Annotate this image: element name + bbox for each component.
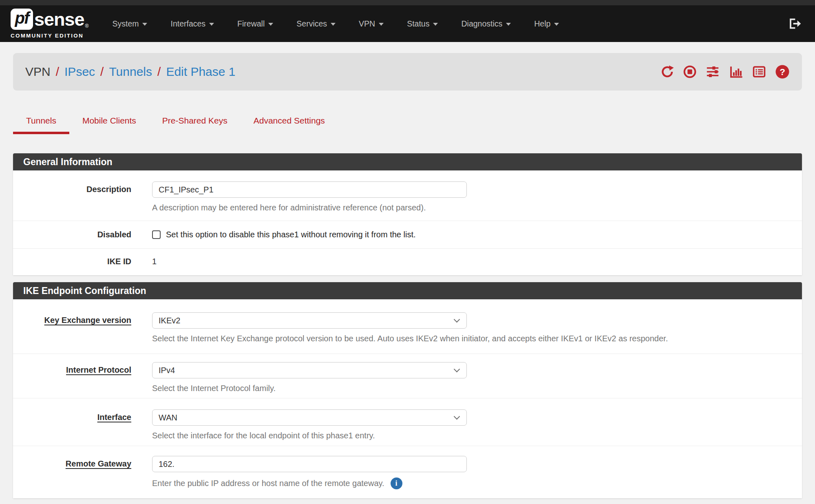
stop-icon xyxy=(683,65,697,79)
menu-item-system[interactable]: System xyxy=(112,19,147,29)
status-graph-button[interactable] xyxy=(729,65,743,79)
registered-mark: ® xyxy=(85,23,89,29)
breadcrumb-actions: ? xyxy=(660,64,790,79)
tab-tunnels[interactable]: Tunnels xyxy=(13,110,69,134)
remote-gateway-row: Remote Gateway Enter the public IP addre… xyxy=(13,446,802,498)
chevron-down-icon xyxy=(454,366,460,372)
internet-protocol-label: Internet Protocol xyxy=(13,362,131,393)
logout-button[interactable] xyxy=(788,17,801,30)
internet-protocol-row: Internet Protocol IPv4 Select the Intern… xyxy=(13,354,802,398)
disabled-label: Disabled xyxy=(13,230,131,239)
bar-chart-icon xyxy=(729,65,743,79)
chevron-down-icon xyxy=(454,316,460,323)
description-help: A description may be entered here for ad… xyxy=(152,203,802,212)
brand-sense-text: sense xyxy=(34,10,84,29)
tab-pre-shared-keys[interactable]: Pre-Shared Keys xyxy=(149,110,241,134)
chevron-down-icon xyxy=(506,23,511,26)
key-exchange-version-select[interactable]: IKEv2 xyxy=(152,312,467,329)
log-view-button[interactable] xyxy=(752,65,766,79)
remote-gateway-input[interactable] xyxy=(152,456,467,472)
description-row: Description A description may be entered… xyxy=(13,170,802,221)
chevron-down-icon xyxy=(379,23,384,26)
menu-item-services[interactable]: Services xyxy=(296,19,336,29)
sign-out-icon xyxy=(788,17,801,30)
description-label: Description xyxy=(13,181,131,212)
slash-separator: / xyxy=(100,65,104,79)
tab-mobile-clients[interactable]: Mobile Clients xyxy=(69,110,149,134)
menu-item-help[interactable]: Help xyxy=(534,19,559,29)
brand-subtitle: COMMUNITY EDITION xyxy=(11,33,88,39)
disabled-checkbox-label: Set this option to disable this phase1 w… xyxy=(166,230,416,239)
sliders-icon xyxy=(705,65,720,79)
page-help-button[interactable]: ? xyxy=(775,64,790,79)
tab-advanced-settings[interactable]: Advanced Settings xyxy=(241,110,338,134)
description-input[interactable] xyxy=(152,181,467,198)
chevron-down-icon xyxy=(433,23,438,26)
panel-title: General Information xyxy=(13,153,802,170)
chevron-down-icon xyxy=(268,23,273,26)
pfsense-logo[interactable]: pf sense ® COMMUNITY EDITION xyxy=(11,9,88,39)
key-exchange-version-help: Select the Internet Key Exchange protoco… xyxy=(152,334,802,343)
menu-item-interfaces[interactable]: Interfaces xyxy=(170,19,214,29)
section-general-information: General Information Description A descri… xyxy=(13,153,802,275)
pf-logo-box: pf xyxy=(11,9,33,30)
menu-item-firewall[interactable]: Firewall xyxy=(237,19,273,29)
internet-protocol-select[interactable]: IPv4 xyxy=(152,362,467,378)
disabled-checkbox[interactable] xyxy=(152,230,161,239)
disabled-row: Disabled Set this option to disable this… xyxy=(13,221,802,249)
info-icon[interactable]: i xyxy=(391,477,402,489)
interface-select[interactable]: WAN xyxy=(152,409,467,426)
chevron-down-icon xyxy=(331,23,336,26)
menu-item-status[interactable]: Status xyxy=(407,19,438,29)
menu-item-diagnostics[interactable]: Diagnostics xyxy=(461,19,511,29)
panel-title: IKE Endpoint Configuration xyxy=(13,282,802,299)
chevron-down-icon xyxy=(209,23,214,26)
sliders-button[interactable] xyxy=(705,65,720,79)
remote-gateway-label: Remote Gateway xyxy=(13,456,131,489)
slash-separator: / xyxy=(56,65,59,79)
chevron-down-icon xyxy=(454,413,460,420)
key-exchange-version-label: Key Exchange version xyxy=(13,312,131,343)
svg-text:?: ? xyxy=(780,67,785,77)
interface-help: Select the interface for the local endpo… xyxy=(152,431,802,440)
refresh-button[interactable] xyxy=(660,65,674,79)
chevron-down-icon xyxy=(554,23,559,26)
section-ike-endpoint-configuration: IKE Endpoint Configuration Key Exchange … xyxy=(13,282,802,498)
stop-button[interactable] xyxy=(683,65,697,79)
tab-bar: Tunnels Mobile Clients Pre-Shared Keys A… xyxy=(13,110,802,134)
ike-id-row: IKE ID 1 xyxy=(13,249,802,275)
breadcrumb-link-edit-phase-1[interactable]: Edit Phase 1 xyxy=(166,65,235,79)
top-strip xyxy=(0,0,815,5)
chevron-down-icon xyxy=(142,23,147,26)
list-icon xyxy=(752,65,766,79)
key-exchange-version-row: Key Exchange version IKEv2 Select the In… xyxy=(13,299,802,354)
refresh-icon xyxy=(660,65,674,79)
help-icon: ? xyxy=(775,64,790,79)
breadcrumb-link-tunnels[interactable]: Tunnels xyxy=(109,65,152,79)
breadcrumb: VPN / IPsec / Tunnels / Edit Phase 1 xyxy=(13,53,802,91)
internet-protocol-help: Select the Internet Protocol family. xyxy=(152,384,802,393)
interface-row: Interface WAN Select the interface for t… xyxy=(13,398,802,446)
breadcrumb-link-ipsec[interactable]: IPsec xyxy=(64,65,95,79)
ike-id-label: IKE ID xyxy=(13,257,131,266)
ike-id-value: 1 xyxy=(152,257,802,266)
breadcrumb-root: VPN xyxy=(25,65,51,79)
interface-label: Interface xyxy=(13,409,131,440)
menu-item-vpn[interactable]: VPN xyxy=(359,19,384,29)
navbar: pf sense ® COMMUNITY EDITION System Inte… xyxy=(0,5,815,42)
main-menu: System Interfaces Firewall Services VPN … xyxy=(112,19,788,29)
slash-separator: / xyxy=(157,65,161,79)
remote-gateway-help: Enter the public IP address or host name… xyxy=(152,479,384,488)
